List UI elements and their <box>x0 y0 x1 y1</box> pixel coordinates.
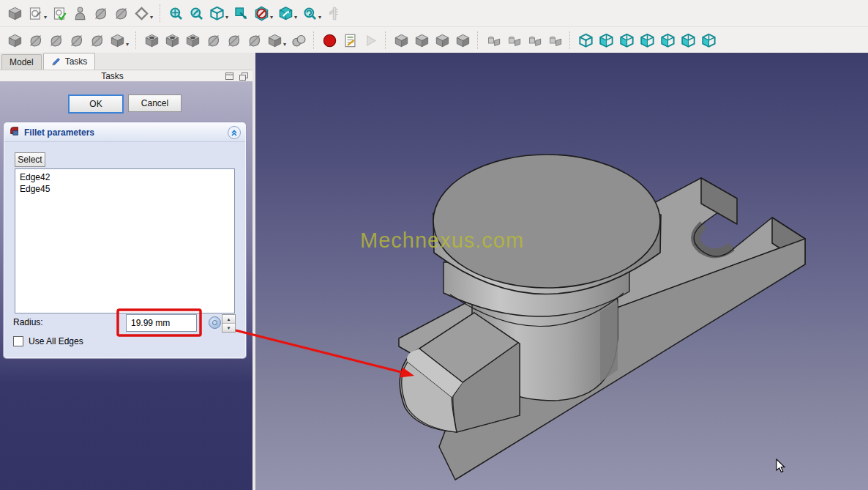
select-button-label: Select <box>18 155 42 165</box>
bottom-view-icon[interactable] <box>678 30 698 51</box>
macro-record-icon[interactable] <box>319 30 340 51</box>
main-toolbar: ▾▾▾▾▾▾ ▾▾ <box>0 0 868 53</box>
spin-down-icon[interactable]: ▼ <box>222 323 235 332</box>
radius-label: Radius: <box>13 317 43 327</box>
edge-list-item[interactable]: Edge42 <box>15 171 234 183</box>
toolbar-separator <box>385 31 386 49</box>
measure-icon <box>323 3 344 23</box>
additive-helix-icon[interactable] <box>86 30 107 51</box>
additive-pipe-icon[interactable] <box>66 30 86 51</box>
combo-view-tabbar: Model Tasks <box>0 53 252 70</box>
toolbar-separator <box>477 31 479 49</box>
right-view-icon[interactable] <box>637 30 657 51</box>
cancel-button-label: Cancel <box>141 98 168 108</box>
collapse-section-icon[interactable] <box>228 126 241 139</box>
macros-dialog-icon[interactable] <box>340 30 360 51</box>
pocket-icon[interactable] <box>141 30 162 51</box>
pencil-icon <box>51 56 61 67</box>
additive-loft-icon[interactable] <box>45 30 66 51</box>
freecad-window: ▾▾▾▾▾▾ ▾▾ Model Tasks Tasks O <box>0 0 868 490</box>
draw-style-icon[interactable] <box>299 3 320 23</box>
select-button[interactable]: Select <box>15 152 45 167</box>
pad-icon[interactable] <box>4 30 25 51</box>
front-view-icon[interactable] <box>596 30 616 51</box>
toolbar-separator <box>160 4 161 22</box>
toolbar-row-1: ▾▾▾▾▾▾ <box>0 0 868 27</box>
fillet-parameters-title: Fillet parameters <box>24 127 228 138</box>
additive-primitive-icon[interactable] <box>107 30 127 51</box>
3d-viewport[interactable]: Mechnexus.com <box>255 53 868 490</box>
subtractive-loft-icon[interactable] <box>203 30 223 51</box>
tab-tasks-label: Tasks <box>65 56 88 67</box>
tasks-panel-body: OK Cancel Fillet parameters Select Edge4… <box>0 81 252 490</box>
ok-button-label: OK <box>89 99 102 109</box>
fillet-tool-icon[interactable] <box>391 30 411 51</box>
edge-list-item[interactable]: Edge45 <box>15 183 234 195</box>
use-all-edges-row: Use All Edges <box>13 336 83 346</box>
macro-execute-icon <box>360 30 381 51</box>
shapebinder-icon[interactable] <box>90 3 111 23</box>
ok-button[interactable]: OK <box>68 94 124 114</box>
toolbar-separator <box>135 31 137 49</box>
use-all-edges-label: Use All Edges <box>29 336 83 346</box>
toolbar-separator <box>569 31 571 49</box>
radius-input[interactable] <box>126 314 197 332</box>
subtractive-helix-icon[interactable] <box>244 30 264 51</box>
draft-icon[interactable] <box>432 30 452 51</box>
watermark-text: Mechnexus.com <box>360 229 524 253</box>
cancel-button[interactable]: Cancel <box>128 94 182 112</box>
rear-view-icon[interactable] <box>657 30 678 51</box>
float-panel-icon[interactable] <box>239 72 248 81</box>
tab-tasks[interactable]: Tasks <box>43 53 96 70</box>
clipping-plane-icon[interactable] <box>251 3 272 23</box>
subtractive-primitive-icon[interactable] <box>264 30 285 51</box>
fit-all-icon[interactable] <box>165 3 186 23</box>
chamfer-icon[interactable] <box>411 30 432 51</box>
subtractive-pipe-icon[interactable] <box>223 30 244 51</box>
3d-part-model <box>255 53 868 490</box>
toolbar-separator <box>313 31 315 49</box>
polar-pattern-icon[interactable] <box>524 30 545 51</box>
toolbar-row-2: ▾▾ <box>0 27 868 53</box>
edit-sketch-icon[interactable] <box>49 3 70 23</box>
radius-spinbox: ▲ ▼ <box>222 314 236 333</box>
combo-view-panel: Model Tasks Tasks OK Cancel <box>0 53 252 490</box>
thickness-icon[interactable] <box>452 30 473 51</box>
create-datum-icon[interactable] <box>131 3 151 23</box>
fit-selection-icon[interactable] <box>186 3 206 23</box>
fillet-parameters-panel: Fillet parameters Select Edge42Edge45 Ra… <box>4 122 246 358</box>
tasks-panel-title: Tasks <box>0 71 225 81</box>
box-zoom-icon[interactable] <box>275 3 296 23</box>
fillet-parameters-header: Fillet parameters <box>4 123 245 142</box>
axonometric-view-icon[interactable] <box>575 30 596 51</box>
linear-pattern-icon[interactable] <box>504 30 524 51</box>
multitransform-icon[interactable] <box>545 30 565 51</box>
clone-icon[interactable] <box>111 3 131 23</box>
create-body-icon[interactable] <box>70 3 90 23</box>
expression-editor-icon[interactable] <box>209 316 221 329</box>
revolution-icon[interactable] <box>25 30 45 51</box>
fillet-icon <box>9 125 20 139</box>
top-view-icon[interactable] <box>616 30 637 51</box>
tab-model-label: Model <box>10 57 34 67</box>
spin-up-icon[interactable]: ▲ <box>222 315 235 323</box>
use-all-edges-checkbox[interactable] <box>13 336 23 346</box>
hole-icon[interactable] <box>162 30 182 51</box>
tab-model[interactable]: Model <box>1 54 42 70</box>
groove-icon[interactable] <box>182 30 203 51</box>
sync-view-icon[interactable] <box>231 3 251 23</box>
edge-list[interactable]: Edge42Edge45 <box>15 168 235 313</box>
left-view-icon[interactable] <box>698 30 719 51</box>
create-sketch-icon[interactable] <box>25 3 45 23</box>
part-workbench-icon[interactable] <box>4 3 25 23</box>
mirrored-icon[interactable] <box>483 30 504 51</box>
axonometric-icon[interactable] <box>206 3 227 23</box>
boolean-icon[interactable] <box>288 30 309 51</box>
dock-panel-icon[interactable] <box>225 72 234 81</box>
